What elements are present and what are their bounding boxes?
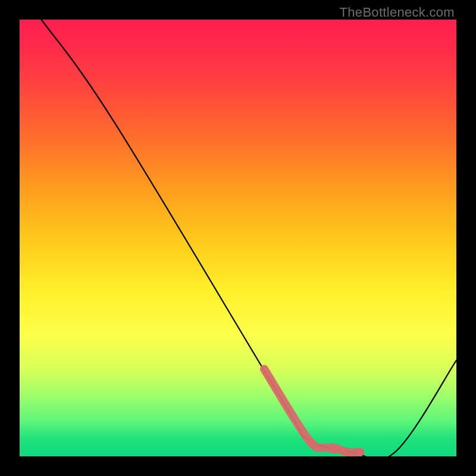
chart-svg: [20, 20, 456, 456]
highlight-dot: [356, 448, 364, 456]
plot-area: [20, 20, 456, 456]
chart-frame: TheBottleneck.com: [0, 0, 476, 476]
bottleneck-curve-line: [42, 20, 456, 460]
highlight-dot: [330, 446, 338, 453]
highlight-dot: [308, 439, 316, 447]
highlight-dot: [339, 447, 347, 455]
watermark-text: TheBottleneck.com: [340, 5, 455, 20]
